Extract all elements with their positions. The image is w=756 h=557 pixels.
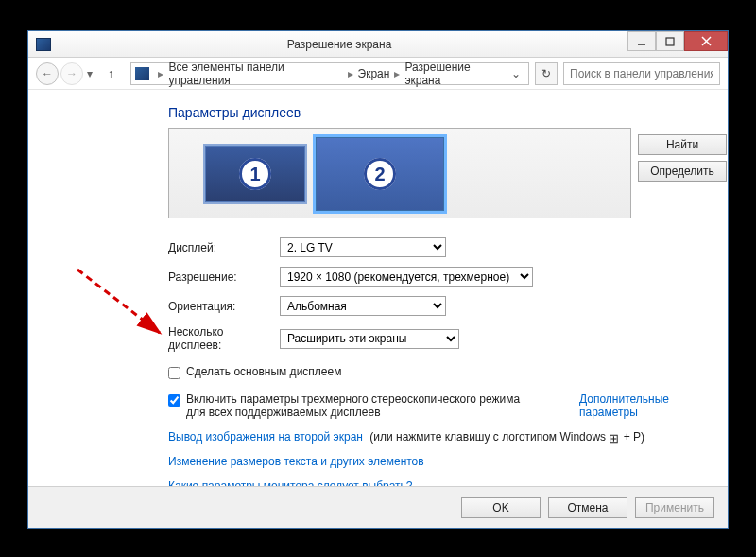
crumb-sep-icon: ▸ [155,67,166,80]
search-input[interactable] [564,63,719,84]
page-heading: Параметры дисплеев [168,105,701,120]
windows-logo-icon [609,431,620,443]
crumb-sep-icon: ▸ [345,67,356,80]
make-primary-checkbox[interactable] [168,367,180,379]
forward-button[interactable]: → [60,62,83,85]
display-preview[interactable]: 1 2 Найти Определить [168,128,631,218]
breadcrumb-display[interactable]: Экран [356,67,392,80]
orientation-select[interactable]: Альбомная [280,296,446,316]
make-primary-label: Сделать основным дисплеем [186,365,341,378]
refresh-icon: ↻ [541,67,551,80]
monitor-1-number: 1 [239,158,271,190]
up-icon: ↑ [108,67,113,80]
monitor-2-number: 2 [364,158,396,190]
forward-icon: → [66,67,77,80]
close-icon [701,36,712,46]
make-primary-row: Сделать основным дисплеем [168,365,701,379]
window-buttons [627,31,728,57]
resolution-select[interactable]: 1920 × 1080 (рекомендуется, трехмерное) [280,267,533,287]
toolbar: ← → ▾ ↑ ▸ Все элементы панели управления… [28,58,728,90]
breadcrumb-control-panel[interactable]: Все элементы панели управления [166,61,344,87]
advanced-settings-link[interactable]: Дополнительные параметры [579,392,701,419]
maximize-icon [665,37,675,46]
text-size-link[interactable]: Изменение размеров текста и других элеме… [168,455,424,468]
detect-button[interactable]: Найти [638,134,727,155]
project-hint-text2: + P) [620,430,644,444]
svg-rect-1 [666,38,674,45]
search-box[interactable] [563,62,720,85]
window: Разрешение экрана ← → ▾ ↑ ▸ Все элементы… [27,30,729,529]
titlebar: Разрешение экрана [28,31,728,58]
address-dropdown-icon[interactable]: ⌄ [507,67,524,80]
settings-form: Дисплей: 2. LG TV Разрешение: 1920 × 108… [168,237,701,352]
orientation-label: Ориентация: [168,300,280,313]
monitor-1[interactable]: 1 [203,144,307,204]
monitor-2[interactable]: 2 [313,134,447,214]
project-row: Вывод изображения на второй экран (или н… [168,430,701,444]
identify-button[interactable]: Определить [638,161,727,182]
apply-button[interactable]: Применить [635,497,714,518]
window-title: Разрешение экрана [51,38,627,51]
location-icon [135,67,149,80]
back-icon: ← [42,67,53,80]
breadcrumb-resolution[interactable]: Разрешение экрана [403,61,507,87]
up-button[interactable]: ↑ [100,63,121,84]
dialog-footer: OK Отмена Применить [28,486,728,528]
minimize-icon [637,37,646,46]
maximize-button[interactable] [656,31,684,51]
close-button[interactable] [684,31,728,51]
crumb-sep-icon: ▸ [391,67,403,80]
multiple-displays-select[interactable]: Расширить эти экраны [280,329,459,349]
project-link[interactable]: Вывод изображения на второй экран [168,430,363,444]
enable-3d-label: Включить параметры трехмерного стереоско… [186,392,536,419]
preview-side-buttons: Найти Определить [638,134,727,182]
text-size-row: Изменение размеров текста и других элеме… [168,455,701,468]
cancel-button[interactable]: Отмена [548,497,627,518]
back-button[interactable]: ← [36,62,59,85]
resolution-label: Разрешение: [168,270,280,284]
multiple-displays-label: Несколько дисплеев: [168,325,280,352]
ok-button[interactable]: OK [461,497,541,518]
address-bar[interactable]: ▸ Все элементы панели управления ▸ Экран… [130,62,529,85]
history-dropdown-icon[interactable]: ▾ [85,67,94,80]
refresh-button[interactable]: ↻ [535,62,558,85]
content-area: Параметры дисплеев 1 2 Найти Определить … [28,90,728,493]
display-label: Дисплей: [168,241,280,254]
project-hint-text: (или нажмите клавишу с логотипом Windows [367,430,609,444]
enable-3d-row: Включить параметры трехмерного стереоско… [168,392,701,419]
enable-3d-checkbox[interactable] [168,394,180,407]
display-select[interactable]: 2. LG TV [280,237,446,257]
minimize-button[interactable] [627,31,656,51]
app-icon [36,38,51,51]
